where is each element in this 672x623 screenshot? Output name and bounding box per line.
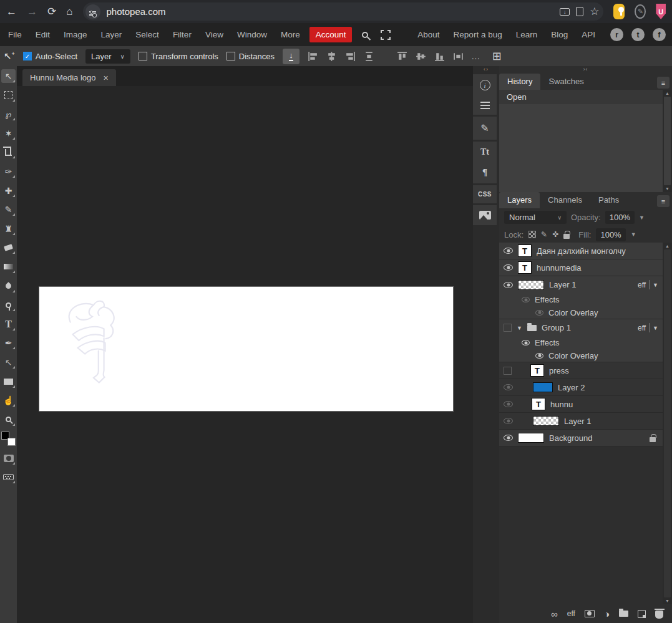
site-info-icon[interactable] [85,4,100,19]
layer-name[interactable]: press [549,366,658,375]
extension-edit-icon[interactable]: ✎ [635,4,646,19]
visibility-eye-icon[interactable] [504,264,513,271]
extension-keep-icon[interactable] [613,4,625,19]
visibility-eye-icon[interactable] [522,340,530,345]
menu-file[interactable]: File [1,26,29,43]
opacity-value[interactable]: 100% [605,211,635,224]
layer-name[interactable]: Layer 2 [558,383,658,392]
twitter-icon[interactable]: t [631,28,645,41]
menu-select[interactable]: Select [129,26,166,43]
extension-shield-icon[interactable]: U [656,4,666,19]
layer-name[interactable]: Layer 1 [564,417,658,426]
pen-tool[interactable]: ✒ [1,336,16,350]
link-api[interactable]: API [575,26,602,43]
account-button[interactable]: Account [309,27,353,42]
layer-name[interactable]: hunnu [550,400,658,409]
visibility-eye-icon[interactable] [504,418,513,424]
reading-mode-icon[interactable] [576,7,583,16]
visibility-eye-icon[interactable] [504,384,513,390]
transform-controls-option[interactable]: Transform controls [139,52,218,61]
layer-name[interactable]: hunnumedia [537,263,658,273]
align-left-icon[interactable] [308,51,318,62]
url-text[interactable]: photopea.com [107,6,554,17]
move-tool[interactable]: ↖ [1,69,16,83]
effects-label[interactable]: Effects [535,295,658,304]
forward-icon[interactable]: → [27,6,37,17]
lock-position-icon[interactable]: ✜ [552,230,558,239]
visibility-checkbox[interactable] [504,324,512,332]
opacity-dropdown-icon[interactable]: ▼ [639,215,645,221]
effects-badge[interactable]: eff ▼ [638,280,658,289]
image-panel-icon[interactable] [479,211,491,220]
document-tab[interactable]: Hunnu Media logo × [22,69,116,86]
home-icon[interactable]: ⌂ [66,6,72,17]
effects-label[interactable]: Effects [535,338,658,347]
type-tool[interactable]: T [1,317,16,331]
effects-badge[interactable]: eff ▼ [638,323,658,332]
tab-channels[interactable]: Channels [540,192,590,208]
color-swatches[interactable] [1,432,16,446]
character-panel-icon[interactable]: Tt [480,147,489,157]
new-group-icon[interactable] [619,611,628,617]
eraser-tool[interactable] [1,241,16,254]
arrange-windows-icon[interactable]: ⊞ [492,49,502,63]
keyboard-shortcuts-icon[interactable] [1,470,16,484]
layer-row[interactable]: Layer 1 [499,413,663,430]
layer-row[interactable]: Background [499,430,663,447]
reload-icon[interactable]: ⟳ [47,6,56,17]
visibility-eye-icon[interactable] [504,248,513,254]
effects-sub-row[interactable]: Effects [499,336,663,349]
add-adjustment-icon[interactable]: ◑ [604,609,610,619]
link-report-a-bug[interactable]: Report a bug [447,26,509,43]
back-icon[interactable]: ← [6,6,17,17]
healing-brush-tool[interactable]: ✚ [1,184,16,198]
blur-tool[interactable] [1,279,16,293]
reddit-icon[interactable]: r [610,28,623,41]
workspace[interactable] [17,86,473,623]
group-name[interactable]: Group 1 [542,323,633,332]
tab-layers[interactable]: Layers [499,192,540,208]
brush-settings-icon[interactable]: ✎ [480,122,489,134]
link-blog[interactable]: Blog [544,26,575,43]
menu-filter[interactable]: Filter [166,26,198,43]
bookmark-star-icon[interactable]: ☆ [590,6,599,17]
dodge-tool[interactable] [1,298,16,312]
layer-name[interactable]: Background [549,433,645,443]
eyedropper-tool[interactable]: ✑ [1,165,16,178]
lock-all-icon[interactable] [563,234,570,239]
effect-item-row[interactable]: Color Overlay [499,306,663,319]
scroll-down-icon[interactable]: ▼ [665,186,670,191]
layer-row[interactable]: Layer 1 eff ▼ [499,276,663,293]
blend-mode-dropdown[interactable]: Normal ∨ [504,211,567,224]
scroll-down-icon[interactable]: ▼ [665,598,670,604]
menu-layer[interactable]: Layer [94,26,129,43]
history-scrollbar[interactable]: ▲ ▼ [663,90,672,192]
fullscreen-icon[interactable] [381,30,391,40]
zoom-tool[interactable] [1,413,16,427]
effect-item-row[interactable]: Color Overlay [499,349,663,362]
info-icon[interactable]: i [480,80,490,90]
history-panel-menu-icon[interactable]: ≡ [657,77,670,89]
layers-panel-menu-icon[interactable]: ≡ [657,195,670,207]
align-middle-icon[interactable] [416,51,426,62]
magic-wand-tool[interactable]: ✶ [1,127,16,140]
tab-swatches[interactable]: Swatches [540,74,592,90]
collapse-strip-icon[interactable]: ‹› [473,66,499,74]
align-center-horizontal-icon[interactable] [326,51,337,62]
visibility-eye-icon[interactable] [535,310,543,316]
install-app-icon[interactable]: ↓ [560,8,570,16]
paragraph-panel-icon[interactable]: ¶ [482,167,487,178]
menu-window[interactable]: Window [230,26,274,43]
collapse-effects-icon[interactable]: ▼ [653,325,658,331]
lasso-tool[interactable]: ℘ [1,107,16,121]
rectangle-shape-tool[interactable] [1,375,16,389]
new-layer-icon[interactable] [638,610,646,618]
hand-tool[interactable]: ☝ [1,394,16,407]
menu-edit[interactable]: Edit [29,26,57,43]
layer-mode-dropdown[interactable]: Layer ∨ [85,49,130,64]
effect-item-label[interactable]: Color Overlay [548,351,658,360]
link-learn[interactable]: Learn [509,26,545,43]
link-about[interactable]: About [411,26,446,43]
scroll-up-icon[interactable]: ▲ [665,90,670,96]
visibility-eye-icon[interactable] [504,401,513,407]
